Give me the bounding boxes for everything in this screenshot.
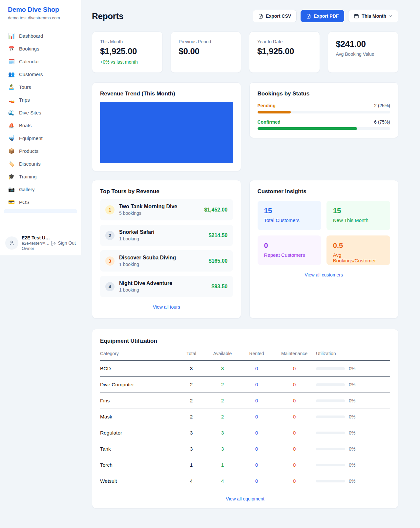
sidebar-item-tours[interactable]: 🏝️Tours <box>4 81 77 93</box>
people-icon: 👥 <box>8 71 15 77</box>
sidebar-item-products[interactable]: 📦Products <box>4 145 77 157</box>
equipment-utilization-card: Equipment Utilization Category Total Ava… <box>92 329 398 508</box>
equipment-maintenance: 0 <box>273 430 316 436</box>
brand-domain: demo.test.divestreams.com <box>8 15 73 20</box>
progress-track <box>258 127 390 130</box>
wave-icon: 🌊 <box>8 110 15 116</box>
file-download-icon <box>306 14 311 19</box>
equipment-available: 4 <box>204 478 241 484</box>
stat-value: $1,925.00 <box>257 46 312 56</box>
tour-name: Two Tank Morning Dive <box>119 204 200 210</box>
logout-icon <box>51 240 56 246</box>
equipment-total: 3 <box>178 366 204 372</box>
sidebar-item-gallery[interactable]: 📷Gallery <box>4 183 77 195</box>
equipment-rented: 0 <box>241 382 273 388</box>
sign-out-label: Sign Out <box>58 240 76 246</box>
equipment-total: 4 <box>178 478 204 484</box>
charts-row: Revenue Trend (This Month) Bookings by S… <box>92 82 398 171</box>
utilization-bar <box>316 383 345 386</box>
export-pdf-button[interactable]: Export PDF <box>301 10 344 22</box>
tour-row[interactable]: 2 Snorkel Safari 1 booking $214.50 <box>100 225 233 246</box>
column-header: Total <box>178 351 204 356</box>
sidebar-item-label: Training <box>19 174 37 179</box>
export-csv-button[interactable]: Export CSV <box>253 10 297 22</box>
brand-name: Demo Dive Shop <box>8 6 73 13</box>
bookings-by-status-card: Bookings by Status Pending 2 (25%) Confi… <box>249 82 399 138</box>
sidebar-item-label: Gallery <box>19 187 35 192</box>
stats-row: This Month $1,925.00 +0% vs last month P… <box>92 31 398 73</box>
page-title: Reports <box>92 11 123 21</box>
stat-label: Year to Date <box>257 39 312 44</box>
insight-total-customers: 15 Total Customers <box>258 201 321 230</box>
equipment-rented: 0 <box>241 430 273 436</box>
equipment-available: 3 <box>204 446 241 452</box>
utilization-bar <box>316 448 345 450</box>
sidebar-item-active-partial[interactable] <box>4 209 77 213</box>
person-icon <box>9 240 15 246</box>
tour-revenue: $1,452.00 <box>204 207 227 213</box>
tour-bookings: 1 booking <box>119 287 207 293</box>
table-row: Regulator 3 3 0 0 0% <box>100 425 390 441</box>
progress-fill <box>258 127 357 130</box>
insight-value: 15 <box>333 207 384 215</box>
equipment-available: 1 <box>204 462 241 468</box>
column-header: Rented <box>241 351 273 356</box>
sidebar-item-equipment[interactable]: 🤿Equipment <box>4 132 77 144</box>
sidebar-item-bookings[interactable]: 📅Bookings <box>4 43 77 55</box>
sidebar-item-label: Bookings <box>19 46 39 51</box>
status-label: Confirmed <box>258 119 281 125</box>
sidebar-item-trips[interactable]: 🚤Trips <box>4 94 77 106</box>
tour-row[interactable]: 3 Discover Scuba Diving 1 booking $165.0… <box>100 250 233 272</box>
user-meta: E2E Test U… e2e-tester@… Owner <box>22 235 47 251</box>
sign-out-button[interactable]: Sign Out <box>51 240 76 246</box>
revenue-trend-card: Revenue Trend (This Month) <box>92 82 241 171</box>
sidebar-item-boats[interactable]: ⛵Boats <box>4 119 77 132</box>
tour-revenue: $214.50 <box>209 233 228 238</box>
equipment-total: 2 <box>178 414 204 420</box>
utilization-percent: 0% <box>349 478 355 484</box>
equipment-maintenance: 0 <box>273 382 316 388</box>
sidebar-item-customers[interactable]: 👥Customers <box>4 68 77 80</box>
sidebar-item-dive-sites[interactable]: 🌊Dive Sites <box>4 107 77 119</box>
sidebar-item-training[interactable]: 🎓Training <box>4 171 77 183</box>
equipment-total: 3 <box>178 446 204 452</box>
top-tours-title: Top Tours by Revenue <box>100 188 233 195</box>
utilization-percent: 0% <box>349 430 355 436</box>
view-all-customers-link[interactable]: View all customers <box>258 272 390 277</box>
sidebar-item-discounts[interactable]: 🏷️Discounts <box>4 158 77 170</box>
brand-block: Demo Dive Shop demo.test.divestreams.com <box>0 0 81 25</box>
calendar-icon: 📅 <box>8 46 15 52</box>
tour-bookings: 1 booking <box>119 262 204 267</box>
stat-card-this-month: This Month $1,925.00 +0% vs last month <box>92 31 163 73</box>
stat-label: Avg Booking Value <box>336 51 390 57</box>
utilization-percent: 0% <box>349 366 355 371</box>
insight-value: 0 <box>264 241 315 250</box>
insight-label: Repeat Customers <box>264 252 315 258</box>
stat-value: $0.00 <box>179 46 233 56</box>
tour-row[interactable]: 1 Two Tank Morning Dive 5 bookings $1,45… <box>100 199 233 220</box>
period-selector[interactable]: This Month <box>348 10 398 22</box>
tag-icon: 🏷️ <box>8 161 15 167</box>
top-tours-card: Top Tours by Revenue 1 Two Tank Morning … <box>92 180 241 318</box>
view-all-equipment-link[interactable]: View all equipment <box>100 496 390 501</box>
customer-insights-card: Customer Insights 15 Total Customers 15 … <box>249 180 399 318</box>
sidebar-item-pos[interactable]: 💳POS <box>4 196 77 208</box>
user-box: E2E Test U… e2e-tester@… Owner Sign Out <box>0 231 81 255</box>
sidebar-item-label: Discounts <box>19 161 41 167</box>
equipment-maintenance: 0 <box>273 478 316 484</box>
sidebar-item-label: POS <box>19 199 30 205</box>
utilization-percent: 0% <box>349 446 355 452</box>
island-icon: 🏝️ <box>8 84 15 90</box>
view-all-tours-link[interactable]: View all tours <box>100 304 233 310</box>
sidebar-item-calendar[interactable]: 🗓️Calendar <box>4 55 77 68</box>
utilization-bar <box>316 432 345 434</box>
status-confirmed: Confirmed 6 (75%) <box>258 119 390 130</box>
chevron-down-icon <box>389 14 393 18</box>
sidebar-item-dashboard[interactable]: 📊Dashboard <box>4 30 77 42</box>
bar-chart-icon: 📊 <box>8 33 15 39</box>
progress-track <box>258 111 390 113</box>
tour-row[interactable]: 4 Night Dive Adventure 1 booking $93.50 <box>100 276 233 297</box>
mid-row: Top Tours by Revenue 1 Two Tank Morning … <box>92 180 398 318</box>
sidebar-item-label: Dashboard <box>19 33 43 39</box>
equipment-available: 2 <box>204 382 241 388</box>
